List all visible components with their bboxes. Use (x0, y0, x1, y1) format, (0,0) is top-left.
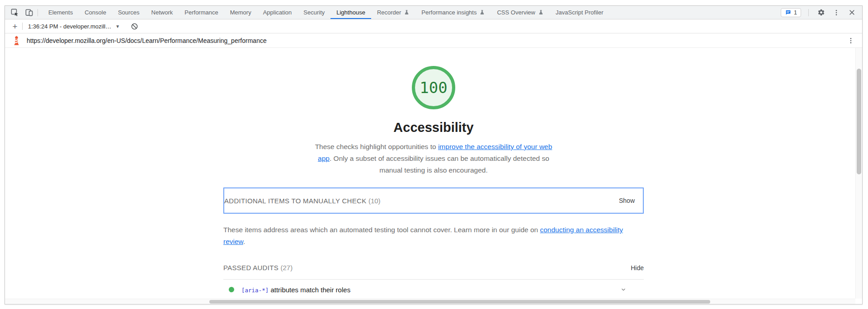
tab-label: Console (85, 9, 106, 16)
tab-label: Security (303, 9, 325, 16)
devtools-window: Elements Console Sources Network Perform… (5, 5, 863, 304)
lighthouse-logo-icon (12, 36, 21, 45)
accessibility-score-gauge[interactable]: 100 (412, 66, 455, 109)
manual-checks-clump-header[interactable]: ADDITIONAL ITEMS TO MANUALLY CHECK (10) … (223, 187, 644, 214)
report-url-link[interactable]: https://developer.mozilla.org/en-US/docs… (27, 37, 267, 44)
tab-label: CSS Overview (497, 9, 535, 16)
report-column: 100 Accessibility These checks highlight… (223, 66, 644, 300)
audit-code-snippet: [aria-*] (241, 287, 269, 294)
report-content: 100 Accessibility These checks highlight… (5, 48, 862, 304)
experiment-flask-icon (538, 9, 544, 15)
tabbar-divider (808, 9, 809, 16)
tab-label: Performance insights (421, 9, 476, 16)
pass-indicator-dot (229, 287, 234, 292)
horizontal-scrollbar-thumb[interactable] (209, 300, 710, 304)
tab-label: Elements (48, 9, 73, 16)
tab-label: Performance (184, 9, 218, 16)
tab-label: Application (263, 9, 292, 16)
category-title: Accessibility (223, 120, 644, 135)
report-tools-kebab-icon[interactable] (846, 36, 856, 46)
description-text: . (243, 238, 245, 245)
passed-audits-count: (27) (280, 264, 292, 272)
tab-css-overview[interactable]: CSS Overview (491, 6, 550, 19)
experiment-flask-icon (479, 9, 485, 15)
clear-reports-icon[interactable] (131, 23, 138, 30)
tab-lighthouse[interactable]: Lighthouse (330, 6, 371, 19)
passed-audit-list: [aria-*] attributes match their roles (223, 279, 644, 300)
more-options-kebab-icon[interactable] (831, 8, 841, 18)
tab-label: Memory (230, 9, 251, 16)
category-description: These checks highlight opportunities to … (310, 141, 557, 176)
chevron-down-icon: ▼ (115, 24, 120, 29)
inspect-element-icon[interactable] (9, 8, 19, 18)
issues-count: 1 (794, 9, 797, 16)
tab-application[interactable]: Application (257, 6, 298, 19)
tabbar-right-controls: 1 (781, 6, 862, 19)
score-value: 100 (420, 79, 447, 97)
passed-audits-hide-button[interactable]: Hide (631, 264, 644, 272)
audit-row-aria-attributes[interactable]: [aria-*] attributes match their roles (223, 280, 644, 300)
audit-title: [aria-*] attributes match their roles (241, 286, 350, 294)
tab-recorder[interactable]: Recorder (371, 6, 415, 19)
tab-label: Lighthouse (336, 9, 365, 16)
audit-title-text: attributes match their roles (270, 286, 350, 294)
toolbar-divider (22, 23, 23, 30)
vertical-scrollbar-track[interactable] (855, 48, 862, 299)
tab-javascript-profiler[interactable]: JavaScript Profiler (550, 6, 609, 19)
tab-performance-insights[interactable]: Performance insights (415, 6, 491, 19)
new-report-button[interactable]: + (9, 22, 20, 31)
tabbar-divider (38, 9, 38, 16)
tab-security[interactable]: Security (297, 6, 330, 19)
vertical-scrollbar-thumb[interactable] (857, 69, 861, 174)
issues-bubble-icon (785, 9, 791, 15)
lighthouse-toolbar: + 1:36:24 PM - developer.mozill… ▼ (5, 19, 862, 33)
tab-network[interactable]: Network (146, 6, 179, 19)
manual-checks-title: ADDITIONAL ITEMS TO MANUALLY CHECK (10) (224, 197, 381, 205)
description-text: These items address areas which an autom… (223, 226, 540, 234)
panel-tabs: Elements Console Sources Network Perform… (42, 6, 609, 19)
tab-label: JavaScript Profiler (556, 9, 603, 16)
tab-performance[interactable]: Performance (179, 6, 224, 19)
clump-title-text: ADDITIONAL ITEMS TO MANUALLY CHECK (224, 197, 366, 205)
clump-title-text: PASSED AUDITS (223, 264, 278, 272)
tab-elements[interactable]: Elements (42, 6, 79, 19)
horizontal-scrollbar-track[interactable] (5, 299, 855, 304)
issues-counter-button[interactable]: 1 (781, 8, 801, 17)
chevron-down-icon[interactable] (620, 286, 627, 293)
tab-memory[interactable]: Memory (224, 6, 257, 19)
close-devtools-icon[interactable] (847, 8, 857, 18)
report-url-row: https://developer.mozilla.org/en-US/docs… (5, 33, 862, 48)
tab-label: Recorder (377, 9, 401, 16)
score-gauge-wrap: 100 (223, 66, 644, 109)
description-text: These checks highlight opportunities to (315, 143, 438, 150)
settings-gear-icon[interactable] (816, 8, 826, 18)
description-text: . Only a subset of accessibility issues … (330, 154, 549, 174)
report-selector-dropdown[interactable]: 1:36:24 PM - developer.mozill… ▼ (24, 23, 123, 30)
passed-audits-clump-header[interactable]: PASSED AUDITS (27) Hide (223, 264, 644, 272)
tab-console[interactable]: Console (79, 6, 112, 19)
passed-audits-title: PASSED AUDITS (27) (223, 264, 292, 272)
manual-checks-show-button[interactable]: Show (619, 197, 635, 204)
tab-label: Sources (118, 9, 140, 16)
devtools-tabbar: Elements Console Sources Network Perform… (5, 6, 862, 19)
tab-label: Network (151, 9, 173, 16)
tab-sources[interactable]: Sources (112, 6, 146, 19)
tabbar-left-icons (5, 6, 36, 19)
experiment-flask-icon (404, 9, 410, 15)
report-selector-label: 1:36:24 PM - developer.mozill… (28, 23, 111, 30)
manual-checks-description: These items address areas which an autom… (223, 224, 644, 247)
device-toolbar-icon[interactable] (24, 8, 34, 18)
manual-checks-count: (10) (368, 197, 381, 205)
